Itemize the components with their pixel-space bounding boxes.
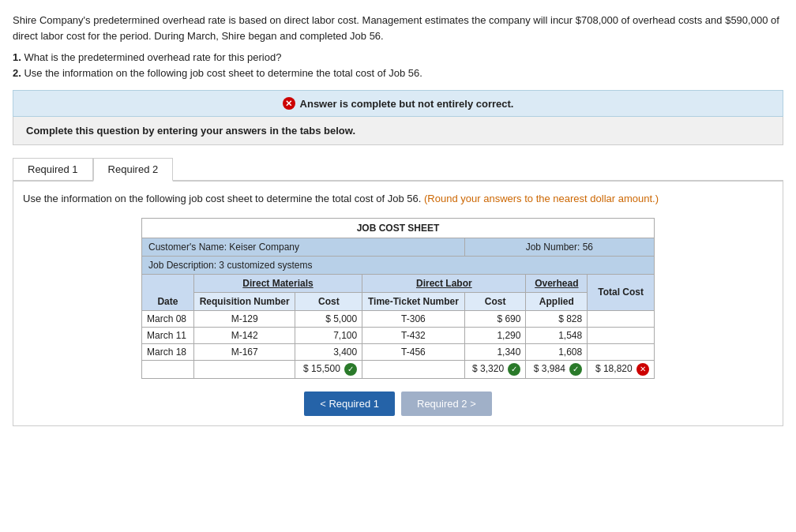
row2-total bbox=[588, 327, 655, 343]
row3-tt: T-456 bbox=[362, 343, 465, 360]
total-dmcost: $ 15,500 ✓ bbox=[295, 360, 362, 378]
total-dlcost: $ 3,320 ✓ bbox=[464, 360, 526, 378]
tt-num-header: Time-Ticket Number bbox=[362, 292, 465, 310]
row3-total bbox=[588, 343, 655, 360]
total-date bbox=[142, 360, 194, 378]
tab-required2[interactable]: Required 2 bbox=[93, 158, 174, 182]
jcs-title: JOB COST SHEET bbox=[142, 218, 655, 238]
total-error-icon: ✕ bbox=[636, 363, 649, 376]
row1-dmcost: $ 5,000 bbox=[295, 310, 362, 327]
req-num-header: Requisition Number bbox=[193, 292, 295, 310]
tabs: Required 1 Required 2 bbox=[13, 158, 783, 182]
row3-applied: 1,608 bbox=[526, 343, 588, 360]
complete-box: Complete this question by entering your … bbox=[13, 117, 783, 145]
instruction: Use the information on the following job… bbox=[23, 191, 773, 207]
total-tt bbox=[362, 360, 465, 378]
table-row: March 08 M-129 $ 5,000 T-306 $ 690 $ 828 bbox=[142, 310, 655, 327]
dl-header: Direct Labor bbox=[362, 274, 526, 292]
next-button[interactable]: Required 2 > bbox=[401, 392, 492, 416]
row3-dmcost: 3,400 bbox=[295, 343, 362, 360]
dm-check-icon: ✓ bbox=[344, 363, 357, 376]
row1-total bbox=[588, 310, 655, 327]
intro-paragraph1: Shire Company's predetermined overhead r… bbox=[13, 13, 783, 43]
row3-date: March 18 bbox=[142, 343, 194, 360]
oh-header: Overhead bbox=[526, 274, 588, 292]
alert-icon: ✕ bbox=[283, 97, 295, 110]
row2-dlcost: 1,290 bbox=[464, 327, 526, 343]
dl-cost-header: Cost bbox=[464, 292, 526, 310]
row3-req: M-167 bbox=[193, 343, 295, 360]
instruction-text: Use the information on the following job… bbox=[23, 193, 421, 204]
row3-dlcost: 1,340 bbox=[464, 343, 526, 360]
row2-tt: T-432 bbox=[362, 327, 465, 343]
row1-req: M-129 bbox=[193, 310, 295, 327]
job-description: Job Description: 3 customized systems bbox=[142, 256, 655, 274]
totals-row: $ 15,500 ✓ $ 3,320 ✓ $ 3,984 ✓ bbox=[142, 360, 655, 378]
job-cost-sheet-wrapper: JOB COST SHEET Customer's Name: Keiser C… bbox=[23, 218, 773, 379]
q2-text: Use the information on the following job… bbox=[24, 67, 422, 79]
dm-cost-header: Cost bbox=[295, 292, 362, 310]
tc-header: Total Cost bbox=[588, 274, 655, 310]
row2-applied: 1,548 bbox=[526, 327, 588, 343]
intro-section: Shire Company's predetermined overhead r… bbox=[13, 13, 783, 81]
total-applied: $ 3,984 ✓ bbox=[526, 360, 588, 378]
job-number: Job Number: 56 bbox=[464, 238, 654, 256]
q1-text: What is the predetermined overhead rate … bbox=[24, 51, 281, 63]
row2-req: M-142 bbox=[193, 327, 295, 343]
prev-button[interactable]: < Required 1 bbox=[304, 392, 395, 416]
alert-message: Answer is complete but not entirely corr… bbox=[300, 98, 514, 110]
q1-label: 1. bbox=[13, 51, 21, 63]
table-row: March 18 M-167 3,400 T-456 1,340 1,608 bbox=[142, 343, 655, 360]
complete-text: Complete this question by entering your … bbox=[26, 125, 355, 137]
date-header: Date bbox=[142, 274, 194, 310]
intro-questions: 1. What is the predetermined overhead ra… bbox=[13, 50, 783, 81]
tabs-container: Required 1 Required 2 Use the informatio… bbox=[13, 158, 783, 426]
nav-buttons: < Required 1 Required 2 > bbox=[23, 392, 773, 416]
row1-date: March 08 bbox=[142, 310, 194, 327]
row1-tt: T-306 bbox=[362, 310, 465, 327]
customer-name: Customer's Name: Keiser Company bbox=[142, 238, 465, 256]
alert-box: ✕ Answer is complete but not entirely co… bbox=[13, 90, 783, 117]
row1-applied: $ 828 bbox=[526, 310, 588, 327]
tab-required1[interactable]: Required 1 bbox=[13, 158, 93, 180]
total-req bbox=[193, 360, 295, 378]
job-cost-sheet-table: JOB COST SHEET Customer's Name: Keiser C… bbox=[141, 218, 655, 379]
applied-header: Applied bbox=[526, 292, 588, 310]
dm-header: Direct Materials bbox=[193, 274, 362, 292]
total-cost-cell: $ 18,820 ✕ bbox=[588, 360, 655, 378]
row2-dmcost: 7,100 bbox=[295, 327, 362, 343]
row1-dlcost: $ 690 bbox=[464, 310, 526, 327]
q2-label: 2. bbox=[13, 67, 21, 79]
row2-date: March 11 bbox=[142, 327, 194, 343]
tab-content: Use the information on the following job… bbox=[13, 182, 783, 426]
applied-check-icon: ✓ bbox=[569, 363, 582, 376]
instruction-orange: (Round your answers to the nearest dolla… bbox=[424, 193, 659, 204]
dl-check-icon: ✓ bbox=[508, 363, 520, 376]
table-row: March 11 M-142 7,100 T-432 1,290 1,548 bbox=[142, 327, 655, 343]
